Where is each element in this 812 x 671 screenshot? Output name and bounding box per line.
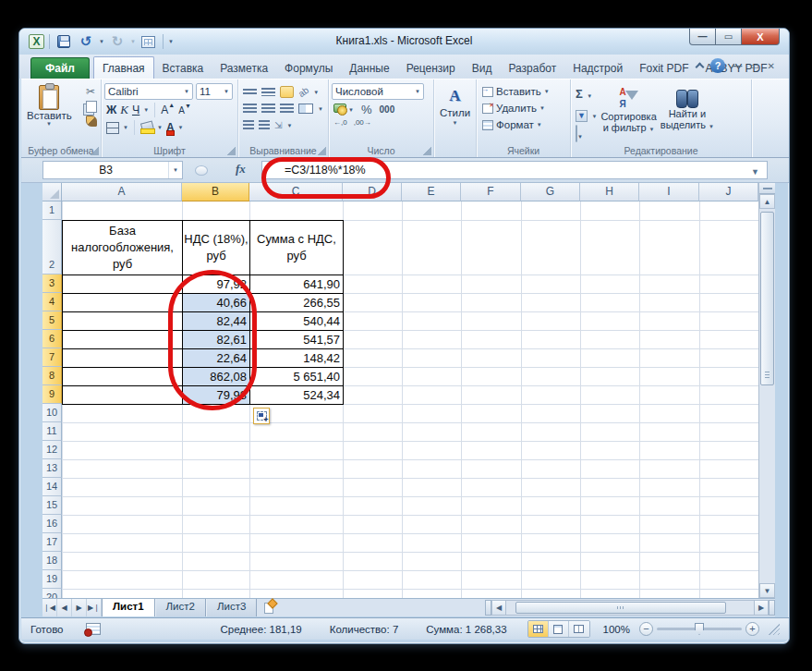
row-header-14[interactable]: 14: [42, 478, 62, 496]
cell-c8[interactable]: 5 651,40: [250, 368, 344, 386]
cell-c4[interactable]: 266,55: [250, 294, 344, 312]
increase-indent-button[interactable]: [259, 120, 270, 130]
vertical-scroll-track[interactable]: [759, 209, 775, 583]
prev-sheet-button[interactable]: ◀: [57, 599, 72, 616]
cell-a8[interactable]: [63, 368, 183, 386]
row-header-10[interactable]: 10: [42, 404, 62, 422]
copy-icon[interactable]: [86, 101, 97, 113]
row-header-2[interactable]: 2: [42, 220, 62, 274]
comma-style-button[interactable]: 000: [380, 104, 395, 115]
cell-a3[interactable]: [63, 275, 183, 294]
cell-a6[interactable]: [63, 331, 183, 349]
name-box[interactable]: B3 ▼: [42, 161, 183, 179]
cell-a9[interactable]: [63, 386, 183, 405]
row-header-17[interactable]: 17: [42, 533, 62, 552]
row-header-4[interactable]: 4: [42, 293, 62, 311]
row-header-7[interactable]: 7: [42, 348, 62, 367]
accounting-format-button[interactable]: ▼: [333, 104, 354, 116]
header-cell-b2[interactable]: НДС (18%), руб: [183, 221, 250, 275]
styles-button[interactable]: А Стили ▼: [437, 83, 473, 126]
undo-button[interactable]: ↺: [77, 32, 95, 51]
tab-foxit-pdf[interactable]: Foxit PDF: [631, 57, 697, 79]
fill-color-button[interactable]: [140, 122, 153, 134]
column-header-f[interactable]: F: [461, 183, 521, 201]
select-all-corner[interactable]: [42, 183, 62, 201]
tab-addins[interactable]: Надстрой: [564, 57, 631, 79]
zoom-slider-thumb[interactable]: [695, 623, 704, 635]
workbook-close-icon[interactable]: ✕: [768, 61, 776, 71]
minimize-button[interactable]: —: [689, 29, 716, 45]
autosum-button[interactable]: Σ ▼: [576, 85, 597, 102]
number-dialog-launcher[interactable]: [423, 147, 431, 155]
cell-a7[interactable]: [63, 349, 183, 368]
row-header-13[interactable]: 13: [42, 459, 62, 478]
cell-c9[interactable]: 524,34: [250, 386, 344, 405]
horizontal-scroll-track[interactable]: [506, 600, 754, 616]
first-sheet-button[interactable]: ❘◀: [42, 599, 57, 616]
font-size-select[interactable]: 11▼: [196, 83, 233, 100]
cut-icon[interactable]: ✂: [86, 85, 97, 98]
customize-qat-dropdown[interactable]: ▼: [168, 39, 174, 44]
cell-a4[interactable]: [63, 294, 183, 312]
insert-worksheet-button[interactable]: [257, 599, 281, 616]
tab-view[interactable]: Вид: [464, 57, 501, 79]
close-button[interactable]: X: [741, 29, 780, 45]
workbook-minimize-icon[interactable]: —: [733, 61, 743, 71]
borders-dropdown[interactable]: ▼: [123, 125, 128, 130]
tab-formulas[interactable]: Формулы: [276, 57, 341, 79]
tab-file[interactable]: Файл: [30, 57, 90, 79]
paste-dropdown[interactable]: ▼: [27, 121, 71, 127]
row-header-1[interactable]: 1: [42, 201, 62, 220]
header-cell-a2[interactable]: База налогообложения, руб: [63, 221, 183, 275]
horizontal-split-handle[interactable]: [769, 600, 775, 616]
insert-function-button[interactable]: fx: [236, 162, 246, 177]
sort-filter-button[interactable]: АЯ Сортировкаи фильтр ▼: [600, 83, 656, 144]
page-layout-view-button[interactable]: [549, 621, 569, 637]
column-header-b[interactable]: B: [182, 183, 249, 201]
zoom-slider-track[interactable]: [657, 628, 742, 630]
redo-dropdown[interactable]: ▼: [130, 39, 136, 44]
clipboard-dialog-launcher[interactable]: [91, 147, 99, 155]
decrease-decimal-button[interactable]: ,00→: [354, 119, 371, 127]
delete-cells-button[interactable]: Удалить▼: [482, 100, 567, 116]
align-center-button[interactable]: [261, 104, 275, 114]
orientation-dropdown[interactable]: ▼: [313, 90, 319, 95]
row-header-20[interactable]: 20: [42, 589, 62, 598]
underline-dropdown[interactable]: ▼: [143, 107, 149, 113]
page-break-view-button[interactable]: [569, 621, 589, 637]
row-header-18[interactable]: 18: [42, 552, 62, 570]
vertical-split-handle[interactable]: [759, 183, 775, 194]
row-header-3[interactable]: 3: [42, 274, 62, 293]
wrap-dropdown[interactable]: ▼: [318, 106, 323, 112]
align-top-button[interactable]: [243, 89, 257, 95]
row-header-5[interactable]: 5: [42, 311, 62, 330]
fill-button[interactable]: ▼ ▼: [576, 105, 597, 122]
format-cells-button[interactable]: Формат▼: [482, 116, 567, 133]
cell-c7[interactable]: 148,42: [250, 349, 344, 368]
collapse-ribbon-icon[interactable]: [696, 63, 705, 72]
sheet-tab-list3[interactable]: Лист3: [206, 599, 257, 616]
undo-dropdown[interactable]: ▼: [99, 39, 104, 44]
tab-developer[interactable]: Разработ: [500, 57, 564, 79]
borders-button[interactable]: [106, 122, 119, 134]
row-header-9[interactable]: 9: [42, 385, 62, 404]
resize-grip[interactable]: [769, 624, 780, 635]
align-left-button[interactable]: [243, 104, 257, 114]
find-select-button[interactable]: Найти ивыделить ▼: [661, 83, 714, 144]
increase-decimal-button[interactable]: ←,0: [333, 119, 347, 127]
restore-button[interactable]: ▭: [716, 29, 741, 45]
align-right-button[interactable]: [280, 104, 294, 114]
zoom-out-button[interactable]: −: [639, 622, 653, 636]
excel-logo-icon[interactable]: X: [29, 34, 44, 49]
tab-data[interactable]: Данные: [341, 57, 397, 79]
column-header-h[interactable]: H: [580, 183, 639, 201]
cell-c6[interactable]: 541,57: [250, 331, 344, 349]
merge-dropdown[interactable]: ▼: [286, 123, 292, 128]
scroll-left-button[interactable]: ◀: [491, 600, 506, 616]
column-header-g[interactable]: G: [521, 183, 580, 201]
sheet-tab-list1[interactable]: Лист1: [102, 599, 155, 616]
tab-review[interactable]: Рецензир: [398, 57, 464, 79]
number-format-select[interactable]: Числовой▼: [332, 83, 424, 100]
tab-insert[interactable]: Вставка: [154, 57, 212, 79]
row-header-12[interactable]: 12: [42, 441, 62, 459]
